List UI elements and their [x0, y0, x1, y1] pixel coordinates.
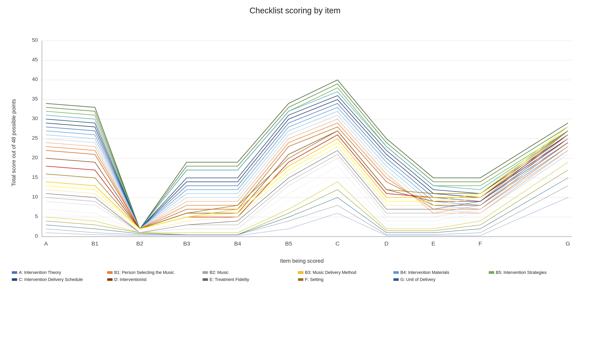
- legend-label: C: Intervention Delivery Schedule: [19, 277, 83, 282]
- svg-text:F: F: [479, 240, 482, 247]
- svg-text:15: 15: [32, 174, 38, 180]
- svg-text:50: 50: [32, 37, 38, 43]
- svg-text:40: 40: [32, 76, 38, 82]
- legend-item: C: Intervention Delivery Schedule: [12, 277, 101, 282]
- legend-item: B3: Music Delivery Method: [298, 270, 388, 275]
- chart-svg-wrapper: 0 5 10 15 20 25 30 35 40 45 50 A B1 B2 B…: [22, 21, 582, 256]
- legend-color-swatch: [12, 278, 17, 281]
- svg-text:0: 0: [35, 233, 38, 239]
- legend-color-swatch: [202, 278, 208, 281]
- legend-item: B4: Intervention Materials: [393, 270, 483, 275]
- legend-item: D: Interventionist: [107, 277, 197, 282]
- legend-label: B3: Music Delivery Method: [305, 270, 356, 275]
- svg-text:45: 45: [32, 57, 38, 62]
- legend-label: B5: Intervention Strategies: [496, 270, 546, 275]
- legend-item: B5: Intervention Strategies: [489, 270, 578, 275]
- legend-label: B4: Intervention Materials: [400, 270, 449, 275]
- svg-text:10: 10: [32, 194, 38, 199]
- legend-item: F: Setting: [298, 277, 388, 282]
- legend-item: G: Unit of Delivery: [393, 277, 483, 282]
- legend-label: B1: Person Selecting the Music: [114, 270, 174, 275]
- svg-text:B5: B5: [285, 240, 292, 247]
- x-axis-label: Item being scored: [22, 258, 582, 264]
- svg-text:20: 20: [32, 155, 38, 160]
- legend-label: G: Unit of Delivery: [400, 277, 435, 282]
- legend-label: B2: Music: [210, 270, 229, 275]
- svg-text:E: E: [432, 240, 435, 247]
- legend-label: A: Intervention Theory: [19, 270, 61, 275]
- svg-text:B3: B3: [183, 240, 190, 247]
- legend-color-swatch: [393, 271, 399, 274]
- legend-label: E: Treatment Fidelity: [210, 277, 249, 282]
- chart-title: Checklist scoring by item: [250, 6, 340, 15]
- svg-text:G: G: [566, 240, 570, 247]
- legend-color-swatch: [489, 271, 494, 274]
- legend-color-swatch: [12, 271, 17, 274]
- legend-color-swatch: [298, 278, 303, 281]
- legend-label: F: Setting: [305, 277, 323, 282]
- svg-text:A: A: [44, 240, 48, 247]
- chart-legend: A: Intervention TheoryB1: Person Selecti…: [8, 270, 582, 282]
- y-axis-label: Total score out of 48 possible points: [8, 21, 19, 264]
- svg-text:C: C: [336, 240, 340, 247]
- legend-item: B1: Person Selecting the Music: [107, 270, 197, 275]
- svg-text:35: 35: [32, 96, 38, 102]
- legend-item: A: Intervention Theory: [12, 270, 101, 275]
- legend-color-swatch: [393, 278, 399, 281]
- svg-text:B4: B4: [234, 240, 241, 247]
- legend-color-swatch: [298, 271, 303, 274]
- legend-color-swatch: [107, 271, 113, 274]
- svg-text:D: D: [384, 240, 389, 247]
- svg-text:B2: B2: [136, 240, 143, 247]
- legend-item: E: Treatment Fidelity: [202, 277, 292, 282]
- svg-text:25: 25: [32, 135, 38, 141]
- chart-area: 0 5 10 15 20 25 30 35 40 45 50 A B1 B2 B…: [22, 21, 582, 264]
- legend-color-swatch: [107, 278, 113, 281]
- chart-container: Total score out of 48 possible points: [8, 21, 582, 264]
- svg-text:B1: B1: [91, 240, 98, 247]
- legend-item: B2: Music: [202, 270, 292, 275]
- svg-text:5: 5: [35, 213, 38, 219]
- legend-label: D: Interventionist: [114, 277, 147, 282]
- legend-color-swatch: [202, 271, 208, 274]
- svg-text:30: 30: [32, 115, 38, 121]
